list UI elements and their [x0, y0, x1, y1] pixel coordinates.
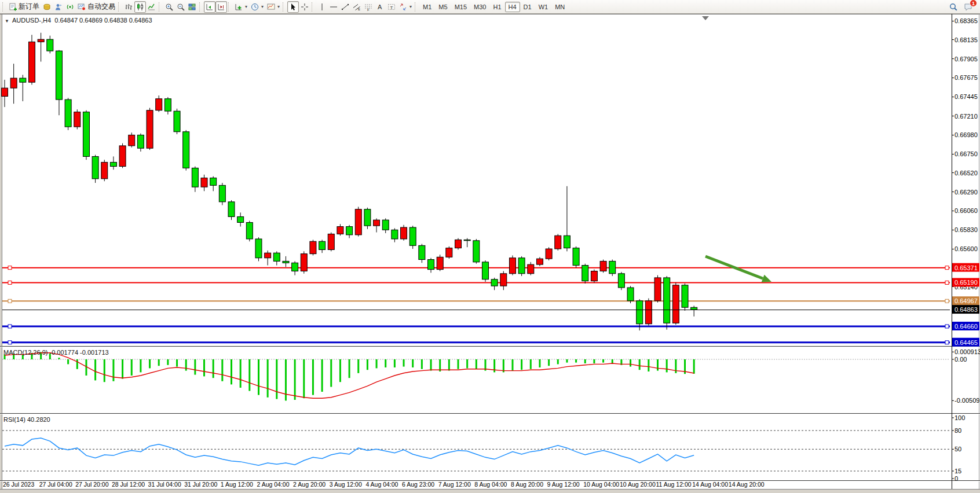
- auto-trading-button[interactable]: 自动交易: [76, 1, 117, 13]
- candle-body: [355, 209, 361, 235]
- time-axis-label[interactable]: 7 Aug 12:00: [438, 481, 471, 488]
- trendline-button[interactable]: [339, 1, 351, 13]
- time-axis-label[interactable]: 10 Aug 04:00: [583, 481, 619, 488]
- rsi-axis-label: 50: [955, 446, 961, 452]
- candle-body: [672, 285, 679, 323]
- time-axis-label[interactable]: 3 Aug 12:00: [330, 481, 362, 488]
- chart-shift-button[interactable]: [215, 1, 227, 13]
- periods-button[interactable]: ▾: [249, 1, 265, 13]
- price-tick-label: 0.66520: [955, 170, 978, 176]
- candle-body: [482, 262, 488, 279]
- tile-windows-button[interactable]: [187, 1, 198, 13]
- tf-d1-button[interactable]: D1: [520, 2, 535, 12]
- time-axis-label[interactable]: 27 Jul 04:00: [39, 481, 72, 488]
- candle: [536, 257, 543, 266]
- channel-button[interactable]: E: [351, 1, 363, 13]
- price-tick-label: 0.65830: [955, 226, 978, 233]
- deposit-button[interactable]: [41, 1, 53, 13]
- line-chart-button[interactable]: [146, 1, 158, 13]
- bar-chart-button[interactable]: [123, 1, 134, 13]
- new-order-button[interactable]: 新订单: [7, 1, 41, 13]
- line-handle[interactable]: [945, 281, 949, 284]
- time-axis-label[interactable]: 31 Jul 20:00: [184, 481, 217, 488]
- dropdown-arrow-icon[interactable]: ▾: [261, 4, 264, 9]
- tf-m30-button[interactable]: M30: [470, 2, 489, 12]
- vline-button[interactable]: [316, 1, 328, 13]
- cursor-button[interactable]: [287, 1, 299, 13]
- rsi-axis-label: 100: [955, 414, 965, 421]
- tf-m1-button[interactable]: M1: [419, 2, 435, 12]
- tf-w1-button[interactable]: W1: [535, 2, 552, 12]
- line-handle[interactable]: [8, 281, 12, 284]
- notifications-button[interactable]: 1: [963, 1, 974, 13]
- time-axis-label[interactable]: 14 Aug 04:00: [692, 481, 728, 488]
- fibonacci-button[interactable]: F: [363, 1, 374, 13]
- text-button[interactable]: A: [374, 1, 386, 13]
- line-handle[interactable]: [8, 266, 12, 270]
- candle: [28, 35, 35, 84]
- time-axis-label[interactable]: 2 Aug 20:00: [293, 481, 326, 488]
- signals-button[interactable]: [64, 1, 76, 13]
- time-axis-label[interactable]: 8 Aug 04:00: [474, 481, 507, 488]
- time-axis-label[interactable]: 9 Aug 12:00: [547, 481, 580, 488]
- line-handle[interactable]: [945, 299, 949, 303]
- one-click-trading-arrow-icon[interactable]: ▼: [5, 19, 9, 24]
- tf-m5-button[interactable]: M5: [435, 2, 451, 12]
- dropdown-arrow-icon[interactable]: ▾: [245, 4, 247, 9]
- time-axis-label[interactable]: 6 Aug 23:00: [402, 481, 434, 488]
- time-axis-label[interactable]: 26 Jul 2023: [3, 481, 34, 488]
- line-handle[interactable]: [8, 341, 12, 344]
- indicators-button[interactable]: ▾: [233, 1, 249, 13]
- community-button[interactable]: [53, 1, 64, 13]
- candle-body: [219, 185, 225, 202]
- line-handle[interactable]: [8, 325, 12, 328]
- time-axis-label[interactable]: 27 Jul 20:00: [75, 481, 108, 488]
- tf-h1-button[interactable]: H1: [489, 2, 504, 12]
- line-handle[interactable]: [945, 266, 949, 270]
- candle-body: [455, 240, 462, 248]
- time-axis-label[interactable]: 10 Aug 20:00: [620, 481, 656, 488]
- candle-body: [618, 274, 624, 288]
- tf-h4-button[interactable]: H4: [505, 2, 520, 12]
- svg-text:E: E: [358, 8, 360, 11]
- price-tick-label: 0.68365: [955, 17, 978, 24]
- label-button[interactable]: T: [386, 1, 397, 13]
- candle-body: [183, 132, 189, 168]
- candle-body: [364, 209, 371, 226]
- line-handle[interactable]: [945, 341, 949, 344]
- chart-canvas[interactable]: 0.683650.681350.679050.676750.674450.672…: [0, 14, 980, 493]
- candle: [518, 256, 525, 276]
- hline-button[interactable]: [328, 1, 339, 13]
- time-axis-label[interactable]: 31 Jul 04:00: [148, 481, 181, 488]
- search-icon: [949, 3, 957, 11]
- time-axis-label[interactable]: 28 Jul 12:00: [112, 481, 145, 488]
- candlestick-button[interactable]: [134, 1, 146, 13]
- candle-body: [645, 301, 652, 324]
- time-axis-label[interactable]: 4 Aug 04:00: [365, 481, 398, 488]
- line-handle[interactable]: [8, 299, 12, 303]
- line-handle[interactable]: [945, 325, 949, 328]
- zoom-in-button[interactable]: [163, 1, 175, 13]
- candle-body: [346, 227, 353, 235]
- candle-body: [682, 285, 688, 307]
- tf-m15-button[interactable]: M15: [451, 2, 470, 12]
- toolbar-grip: [283, 2, 286, 12]
- arrows-button[interactable]: ▾: [397, 1, 414, 13]
- dropdown-arrow-icon[interactable]: ▾: [409, 4, 412, 9]
- dropdown-arrow-icon[interactable]: ▾: [277, 4, 280, 9]
- candle-body: [328, 234, 334, 249]
- zoom-out-button[interactable]: [175, 1, 187, 13]
- time-axis-label[interactable]: 1 Aug 12:00: [221, 481, 253, 488]
- templates-button[interactable]: ▾: [265, 1, 281, 13]
- candle-body: [20, 78, 26, 82]
- auto-scroll-button[interactable]: [204, 1, 215, 13]
- time-axis-label[interactable]: 8 Aug 20:00: [511, 481, 543, 488]
- crosshair-button[interactable]: [299, 1, 310, 13]
- time-axis-label[interactable]: 14 Aug 20:00: [729, 481, 765, 488]
- candle-body: [401, 227, 407, 239]
- candle: [328, 233, 334, 252]
- tf-mn-button[interactable]: MN: [551, 2, 568, 12]
- search-button[interactable]: [948, 1, 959, 13]
- time-axis-label[interactable]: 2 Aug 04:00: [257, 481, 289, 488]
- time-axis-label[interactable]: 11 Aug 12:00: [656, 481, 692, 488]
